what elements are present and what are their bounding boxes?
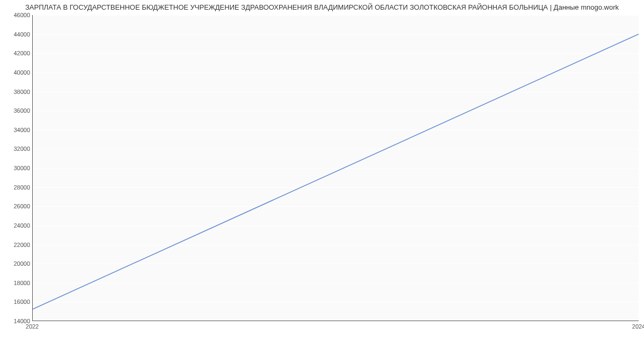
y-tick-label: 26000 (13, 203, 30, 209)
y-tick-label: 46000 (13, 12, 30, 18)
y-tick-label: 24000 (13, 222, 30, 229)
y-tick-label: 32000 (13, 146, 30, 152)
y-tick-label: 28000 (13, 184, 30, 191)
line-series (33, 15, 639, 321)
y-tick-label: 18000 (13, 280, 30, 286)
y-tick-label: 34000 (13, 127, 30, 133)
plot-area (32, 15, 639, 321)
y-tick-label: 40000 (13, 69, 30, 76)
grid-line (33, 321, 639, 322)
x-tick-label: 2024 (632, 323, 644, 330)
y-tick-label: 42000 (13, 50, 30, 56)
y-tick-label: 22000 (13, 242, 30, 248)
y-tick-label: 30000 (13, 165, 30, 171)
x-tick-label: 2022 (26, 323, 39, 330)
y-tick-label: 20000 (13, 260, 30, 267)
y-tick-label: 36000 (13, 107, 30, 114)
y-tick-label: 38000 (13, 89, 30, 95)
chart-title: ЗАРПЛАТА В ГОСУДАРСТВЕННОЕ БЮДЖЕТНОЕ УЧР… (0, 3, 644, 11)
y-tick-label: 16000 (13, 299, 30, 305)
y-tick-label: 44000 (13, 31, 30, 38)
